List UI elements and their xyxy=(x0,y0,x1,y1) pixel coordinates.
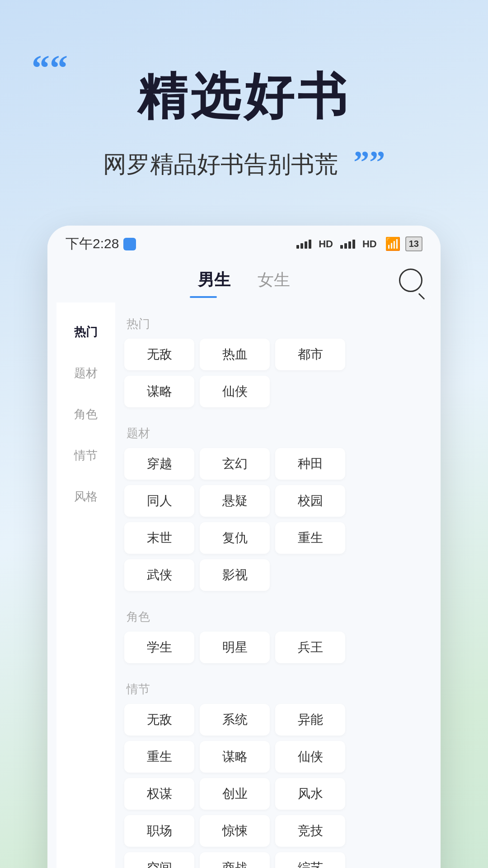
tag-thriller[interactable]: 惊悚 xyxy=(200,815,270,847)
tag-variety[interactable]: 综艺 xyxy=(275,852,345,868)
signal-bars-2 xyxy=(340,240,355,249)
tag-power-scheme[interactable]: 权谋 xyxy=(124,778,194,810)
tag-doujin[interactable]: 同人 xyxy=(124,485,194,517)
tag-film[interactable]: 影视 xyxy=(200,559,270,591)
tags-grid-subject: 穿越 玄幻 种田 同人 悬疑 校园 末世 复仇 重生 武侠 影视 xyxy=(120,446,422,595)
tag-revenge[interactable]: 复仇 xyxy=(200,522,270,554)
tag-xianxia-plot[interactable]: 仙侠 xyxy=(275,741,345,773)
category-plot: 情节 无敌 系统 异能 重生 谋略 仙侠 权谋 创业 风水 职场 惊悚 竞技 空… xyxy=(120,677,422,868)
tags-grid-role: 学生 明星 兵王 xyxy=(120,629,422,668)
tags-grid-hot: 无敌 热血 都市 谋略 仙侠 xyxy=(120,336,422,412)
nav-item-hot[interactable]: 热门 xyxy=(56,311,115,353)
tags-grid-plot: 无敌 系统 异能 重生 谋略 仙侠 权谋 创业 风水 职场 惊悚 竞技 空间 商… xyxy=(120,702,422,868)
signal-bar-1 xyxy=(296,245,299,249)
tag-rebirth-plot[interactable]: 重生 xyxy=(124,741,194,773)
tab-male[interactable]: 男生 xyxy=(184,264,244,296)
tab-female[interactable]: 女生 xyxy=(244,264,304,296)
tag-soldier-king[interactable]: 兵王 xyxy=(275,632,345,663)
tag-space[interactable]: 空间 xyxy=(124,852,194,868)
quote-right-icon: ”” xyxy=(353,144,385,180)
search-button[interactable] xyxy=(399,269,422,292)
category-title-role: 角色 xyxy=(120,604,422,629)
category-title-subject: 题材 xyxy=(120,421,422,446)
nav-item-plot[interactable]: 情节 xyxy=(56,435,115,476)
tag-xianxia-hot[interactable]: 仙侠 xyxy=(200,376,270,407)
category-role: 角色 学生 明星 兵王 xyxy=(120,604,422,668)
tag-workplace[interactable]: 职场 xyxy=(124,815,194,847)
tag-system[interactable]: 系统 xyxy=(200,704,270,736)
status-right: HD HD 📶 13 xyxy=(296,236,422,251)
subtitle: 网罗精品好书告别书荒 ”” xyxy=(36,144,452,180)
tag-strategy-hot[interactable]: 谋略 xyxy=(124,376,194,407)
nav-item-style[interactable]: 风格 xyxy=(56,476,115,517)
signal-bar-2 xyxy=(300,243,303,249)
tag-business[interactable]: 商战 xyxy=(200,852,270,868)
signal-bar-8 xyxy=(352,240,355,249)
tag-invincible-plot[interactable]: 无敌 xyxy=(124,704,194,736)
signal-bars xyxy=(296,240,311,249)
signal-bar-4 xyxy=(309,240,311,249)
nav-item-role[interactable]: 角色 xyxy=(56,394,115,435)
tab-bar: 男生 女生 xyxy=(47,258,441,302)
nav-item-subject[interactable]: 题材 xyxy=(56,353,115,394)
tag-competition[interactable]: 竞技 xyxy=(275,815,345,847)
tag-star[interactable]: 明星 xyxy=(200,632,270,663)
right-content: 热门 无敌 热血 都市 谋略 仙侠 题材 穿越 玄幻 种田 同人 悬疑 xyxy=(115,302,432,868)
top-section: ““ 精选好书 网罗精品好书告别书荒 ”” xyxy=(0,0,488,208)
tag-fantasy[interactable]: 玄幻 xyxy=(200,448,270,480)
tag-strategy-plot[interactable]: 谋略 xyxy=(200,741,270,773)
tag-farming[interactable]: 种田 xyxy=(275,448,345,480)
category-subject: 题材 穿越 玄幻 种田 同人 悬疑 校园 末世 复仇 重生 武侠 影视 xyxy=(120,421,422,595)
category-title-plot: 情节 xyxy=(120,677,422,702)
left-nav: 热门 题材 角色 情节 风格 xyxy=(56,302,115,868)
category-hot: 热门 无敌 热血 都市 谋略 仙侠 xyxy=(120,311,422,412)
battery-indicator: 13 xyxy=(405,236,422,251)
signal-bar-3 xyxy=(305,241,307,249)
quote-left-icon: ““ xyxy=(32,50,68,86)
signal-bar-5 xyxy=(340,245,343,249)
tag-student[interactable]: 学生 xyxy=(124,632,194,663)
wifi-icon: 📶 xyxy=(385,236,401,251)
status-time: 下午2:28 xyxy=(66,235,136,253)
tag-superpower[interactable]: 异能 xyxy=(275,704,345,736)
content-area: 热门 题材 角色 情节 风格 热门 无敌 热血 都市 谋略 仙侠 题材 xyxy=(56,302,432,868)
tag-passion[interactable]: 热血 xyxy=(200,339,270,370)
category-title-hot: 热门 xyxy=(120,311,422,336)
tag-wuxia[interactable]: 武侠 xyxy=(124,559,194,591)
search-icon xyxy=(399,269,422,292)
signal-bar-6 xyxy=(344,243,347,249)
hd-label-1: HD xyxy=(319,238,333,250)
main-title: 精选好书 xyxy=(36,63,452,131)
tag-campus[interactable]: 校园 xyxy=(275,485,345,517)
signal-bar-7 xyxy=(348,241,351,249)
tag-invincible-hot[interactable]: 无敌 xyxy=(124,339,194,370)
tab-underline xyxy=(190,296,217,298)
tag-city[interactable]: 都市 xyxy=(275,339,345,370)
hd-label-2: HD xyxy=(362,238,377,250)
status-bar: 下午2:28 HD HD 📶 13 xyxy=(47,226,441,258)
tag-transmigration[interactable]: 穿越 xyxy=(124,448,194,480)
tag-rebirth[interactable]: 重生 xyxy=(275,522,345,554)
tag-fengshui[interactable]: 风水 xyxy=(275,778,345,810)
tag-apocalypse[interactable]: 末世 xyxy=(124,522,194,554)
phone-mockup: 下午2:28 HD HD 📶 13 男生 女 xyxy=(47,226,441,868)
tag-startup[interactable]: 创业 xyxy=(200,778,270,810)
app-icon xyxy=(123,238,136,250)
tag-mystery[interactable]: 悬疑 xyxy=(200,485,270,517)
